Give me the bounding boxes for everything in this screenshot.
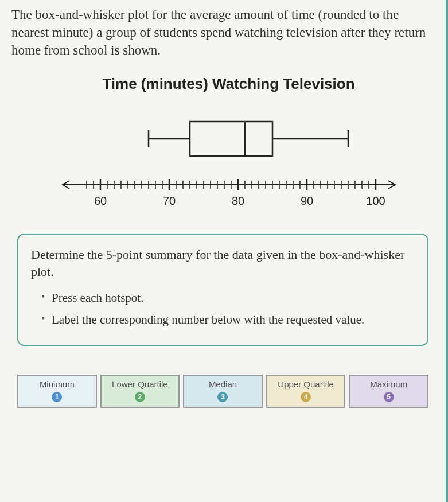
answer-label: Median <box>185 379 260 389</box>
answer-label: Maximum <box>351 379 426 389</box>
tick-label: 70 <box>162 194 175 207</box>
instruction-item: Press each hotspot. <box>41 290 415 306</box>
instruction-list: Press each hotspot. Label the correspond… <box>31 290 415 328</box>
answer-label: Minimum <box>20 379 95 389</box>
box-rect <box>190 122 272 156</box>
axis-labels: 60 70 80 90 100 <box>94 194 385 207</box>
badge-icon: 2 <box>135 392 145 402</box>
answer-maximum[interactable]: Maximum 5 <box>349 375 428 408</box>
answer-row: Minimum 1 Lower Quartile 2 Median 3 Uppe… <box>17 375 428 408</box>
chart-container: Time (minutes) Watching Television <box>34 75 423 216</box>
answer-upper-quartile[interactable]: Upper Quartile 4 <box>266 375 346 408</box>
instruction-box: Determine the 5-point summary for the da… <box>17 234 428 346</box>
tick-label: 90 <box>300 194 313 207</box>
boxplot-svg[interactable]: 60 70 80 90 100 <box>51 107 407 216</box>
answer-median[interactable]: Median 3 <box>183 375 263 408</box>
tick-label: 80 <box>231 194 244 207</box>
answer-minimum[interactable]: Minimum 1 <box>17 375 97 408</box>
answer-lower-quartile[interactable]: Lower Quartile 2 <box>100 375 180 408</box>
badge-icon: 4 <box>301 392 311 402</box>
chart-title: Time (minutes) Watching Television <box>34 75 423 93</box>
badge-icon: 3 <box>217 392 228 402</box>
answer-label: Lower Quartile <box>103 379 178 389</box>
tick-label: 60 <box>94 194 106 207</box>
problem-statement: The box-and-whisker plot for the average… <box>11 6 434 59</box>
badge-icon: 1 <box>52 392 62 402</box>
page-container: The box-and-whisker plot for the average… <box>0 0 448 502</box>
tick-label: 100 <box>366 194 385 207</box>
instruction-title: Determine the 5-point summary for the da… <box>31 246 415 280</box>
badge-icon: 5 <box>384 392 394 402</box>
answer-label: Upper Quartile <box>268 379 344 389</box>
instruction-item: Label the corresponding number below wit… <box>41 312 415 328</box>
